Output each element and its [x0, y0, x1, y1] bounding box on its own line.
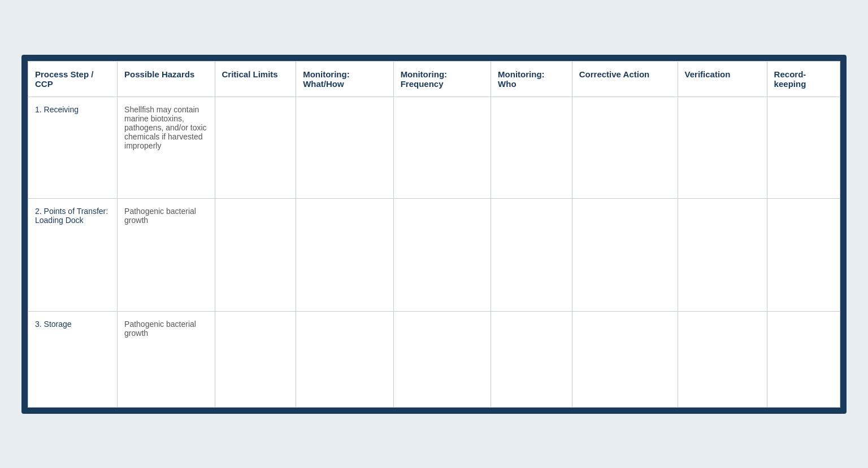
row3-monitoring-who: [491, 311, 572, 407]
row2-possible-hazards: Pathogenic bacterial growth: [118, 198, 215, 311]
row3-monitoring-frequency: [393, 311, 491, 407]
row2-verification: [678, 198, 767, 311]
header-row: Process Step / CCP Possible Hazards Crit…: [28, 61, 840, 97]
row3-corrective-action: [572, 311, 678, 407]
row3-critical-limits: [215, 311, 296, 407]
header-recordkeeping: Record-keeping: [767, 61, 840, 97]
row3-verification: [678, 311, 767, 407]
row1-process-step: 1. Receiving: [28, 97, 118, 198]
row2-monitoring-who: [491, 198, 572, 311]
header-monitoring-frequency: Monitoring: Frequency: [393, 61, 491, 97]
row1-possible-hazards: Shellfish may contain marine biotoxins, …: [118, 97, 215, 198]
row3-possible-hazards: Pathogenic bacterial growth: [118, 311, 215, 407]
row1-recordkeeping: [767, 97, 840, 198]
row1-verification: [678, 97, 767, 198]
table-row: 2. Points of Transfer: Loading Dock Path…: [28, 198, 840, 311]
row1-corrective-action: [572, 97, 678, 198]
header-process-step: Process Step / CCP: [28, 61, 118, 97]
header-corrective-action: Corrective Action: [572, 61, 678, 97]
row1-monitoring-frequency: [393, 97, 491, 198]
row3-recordkeeping: [767, 311, 840, 407]
haccp-table: Process Step / CCP Possible Hazards Crit…: [28, 61, 840, 408]
row1-monitoring-what: [296, 97, 393, 198]
row2-monitoring-frequency: [393, 198, 491, 311]
header-monitoring-what: Monitoring: What/How: [296, 61, 393, 97]
row2-monitoring-what: [296, 198, 393, 311]
row3-process-step: 3. Storage: [28, 311, 118, 407]
table-row: 3. Storage Pathogenic bacterial growth: [28, 311, 840, 407]
table-row: 1. Receiving Shellfish may contain marin…: [28, 97, 840, 198]
row2-process-step: 2. Points of Transfer: Loading Dock: [28, 198, 118, 311]
row3-monitoring-what: [296, 311, 393, 407]
row2-critical-limits: [215, 198, 296, 311]
header-monitoring-who: Monitoring: Who: [491, 61, 572, 97]
row2-recordkeeping: [767, 198, 840, 311]
header-critical-limits: Critical Limits: [215, 61, 296, 97]
header-possible-hazards: Possible Hazards: [118, 61, 215, 97]
row1-monitoring-who: [491, 97, 572, 198]
header-verification: Verification: [678, 61, 767, 97]
row2-corrective-action: [572, 198, 678, 311]
row1-critical-limits: [215, 97, 296, 198]
haccp-table-wrapper: Process Step / CCP Possible Hazards Crit…: [21, 55, 847, 414]
